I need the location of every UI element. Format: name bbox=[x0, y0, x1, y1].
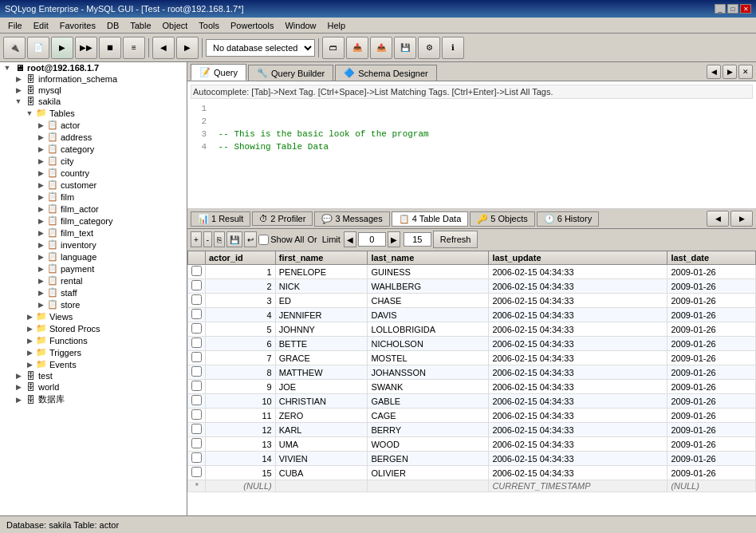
cell-last_name[interactable]: MOSTEL bbox=[368, 351, 489, 365]
cell-first_name[interactable]: ED bbox=[275, 294, 368, 308]
table-row-null[interactable]: *(NULL)CURRENT_TIMESTAMP(NULL) bbox=[188, 480, 756, 492]
cell-last_name[interactable]: BERRY bbox=[368, 423, 489, 437]
duplicate-row-button[interactable]: ⎘ bbox=[214, 231, 225, 247]
cell-first_name[interactable]: ZERO bbox=[275, 409, 368, 423]
settings-button[interactable]: ⚙ bbox=[418, 37, 440, 59]
cell-first_name[interactable]: JOHNNY bbox=[275, 322, 368, 337]
back-button[interactable]: ◀ bbox=[152, 37, 175, 59]
cell-first_name[interactable]: KARL bbox=[275, 423, 368, 437]
tab-tabledata[interactable]: 📋 4 Table Data bbox=[392, 211, 469, 227]
sidebar-item-payment[interactable]: ▶ 📋 payment bbox=[0, 263, 187, 274]
row-checkbox[interactable] bbox=[191, 366, 202, 377]
table-row[interactable]: 2NICKWAHLBERG2006-02-15 04:34:332009-01-… bbox=[188, 279, 756, 294]
database-select[interactable]: No database selected bbox=[206, 39, 315, 57]
table-row[interactable]: 6BETTENICHOLSON2006-02-15 04:34:332009-0… bbox=[188, 337, 756, 351]
new-connection-button[interactable]: 🔌 bbox=[3, 37, 26, 59]
cell-last_date[interactable]: 2009-01-26 bbox=[667, 452, 756, 466]
cell-last_date[interactable]: 2009-01-26 bbox=[667, 351, 756, 365]
cell-last_update[interactable]: 2006-02-15 04:34:33 bbox=[489, 409, 667, 423]
close-button[interactable]: ✕ bbox=[740, 4, 751, 14]
cell-actor_id[interactable]: 8 bbox=[206, 365, 276, 380]
cell-last_update[interactable]: 2006-02-15 04:34:33 bbox=[489, 351, 667, 365]
info-button[interactable]: ℹ bbox=[442, 37, 464, 59]
save-changes-button[interactable]: 💾 bbox=[226, 231, 242, 247]
delete-row-button[interactable]: - bbox=[203, 231, 212, 247]
tab-query[interactable]: 📝 Query bbox=[191, 64, 246, 81]
sidebar-item-film-text[interactable]: ▶ 📋 film_text bbox=[0, 227, 187, 239]
col-header-actor-id[interactable]: actor_id bbox=[206, 251, 276, 265]
cell-last_name[interactable]: WOOD bbox=[368, 437, 489, 452]
cell-last_date[interactable]: 2009-01-26 bbox=[667, 423, 756, 437]
cell-last_date[interactable]: 2009-01-26 bbox=[667, 437, 756, 452]
sidebar-item-city[interactable]: ▶ 📋 city bbox=[0, 155, 187, 167]
table-row[interactable]: 8MATTHEWJOHANSSON2006-02-15 04:34:332009… bbox=[188, 365, 756, 380]
show-all-checkbox[interactable] bbox=[258, 235, 269, 245]
cell-last_date[interactable]: 2009-01-26 bbox=[667, 380, 756, 394]
row-checkbox[interactable] bbox=[191, 409, 202, 420]
close-tab-button[interactable]: ✕ bbox=[738, 65, 753, 79]
cell-last_name[interactable]: GABLE bbox=[368, 394, 489, 409]
cell-first_name[interactable]: MATTHEW bbox=[275, 365, 368, 380]
cell-actor_id[interactable]: 7 bbox=[206, 351, 276, 365]
page-size-input[interactable] bbox=[404, 232, 431, 247]
cell-last_name[interactable]: GUINESS bbox=[368, 265, 489, 279]
sidebar-item-functions[interactable]: ▶ 📁 Functions bbox=[0, 334, 187, 346]
sidebar-item-language[interactable]: ▶ 📋 language bbox=[0, 251, 187, 263]
cell-actor_id[interactable]: 15 bbox=[206, 466, 276, 480]
insert-row-button[interactable]: + bbox=[191, 231, 202, 247]
cell-actor_id[interactable]: 4 bbox=[206, 308, 276, 322]
cell-first_name[interactable]: PENELOPE bbox=[275, 265, 368, 279]
menu-item-favorites[interactable]: Favorites bbox=[55, 20, 100, 31]
row-checkbox[interactable] bbox=[191, 395, 202, 405]
cell-first_name[interactable]: NICK bbox=[275, 279, 368, 294]
cell-actor_id[interactable]: 14 bbox=[206, 452, 276, 466]
limit-value-input[interactable] bbox=[358, 232, 386, 247]
discard-changes-button[interactable]: ↩ bbox=[244, 231, 257, 247]
table-row[interactable]: 11ZEROCAGE2006-02-15 04:34:332009-01-26 bbox=[188, 409, 756, 423]
cell-last_update[interactable]: 2006-02-15 04:34:33 bbox=[489, 394, 667, 409]
minimize-button[interactable]: _ bbox=[715, 4, 726, 14]
sidebar-item-root[interactable]: ▼ 🖥 root@192.168.1.7 bbox=[0, 62, 187, 73]
maximize-button[interactable]: □ bbox=[727, 4, 738, 14]
menu-item-help[interactable]: Help bbox=[323, 20, 351, 31]
cell-last_update[interactable]: 2006-02-15 04:34:33 bbox=[489, 337, 667, 351]
cell-actor_id[interactable]: 9 bbox=[206, 380, 276, 394]
row-checkbox[interactable] bbox=[191, 294, 202, 305]
table-row[interactable]: 1PENELOPEGUINESS2006-02-15 04:34:332009-… bbox=[188, 265, 756, 279]
cell-actor_id[interactable]: 2 bbox=[206, 279, 276, 294]
table-button[interactable]: 🗃 bbox=[322, 37, 345, 59]
cell-actor_id[interactable]: 1 bbox=[206, 265, 276, 279]
col-header-first-name[interactable]: first_name bbox=[275, 251, 368, 265]
refresh-button[interactable]: Refresh bbox=[433, 231, 478, 248]
cell-last_date[interactable]: 2009-01-26 bbox=[667, 365, 756, 380]
cell-last_date[interactable]: 2009-01-26 bbox=[667, 394, 756, 409]
menu-item-tools[interactable]: Tools bbox=[194, 20, 224, 31]
sidebar-item-sakila[interactable]: ▼ 🗄 sakila bbox=[0, 96, 187, 107]
cell-first_name[interactable]: JENNIFER bbox=[275, 308, 368, 322]
cell-last_date[interactable]: 2009-01-26 bbox=[667, 409, 756, 423]
sidebar-item-rental[interactable]: ▶ 📋 rental bbox=[0, 274, 187, 286]
row-checkbox[interactable] bbox=[191, 438, 202, 448]
sidebar-item-triggers[interactable]: ▶ 📁 Triggers bbox=[0, 346, 187, 358]
cell-last_update[interactable]: 2006-02-15 04:34:33 bbox=[489, 452, 667, 466]
sidebar-item-country[interactable]: ▶ 📋 country bbox=[0, 167, 187, 179]
cell-last_update[interactable]: 2006-02-15 04:34:33 bbox=[489, 365, 667, 380]
cell-actor_id[interactable]: 11 bbox=[206, 409, 276, 423]
cell-first_name[interactable]: VIVIEN bbox=[275, 452, 368, 466]
row-checkbox[interactable] bbox=[191, 266, 202, 276]
cell-last_name[interactable]: JOHANSSON bbox=[368, 365, 489, 380]
cell-last_update[interactable]: 2006-02-15 04:34:33 bbox=[489, 380, 667, 394]
sidebar-item-world[interactable]: ▶ 🗄 world bbox=[0, 381, 187, 393]
table-row[interactable]: 14VIVIENBERGEN2006-02-15 04:34:332009-01… bbox=[188, 452, 756, 466]
cell-last_name[interactable]: CHASE bbox=[368, 294, 489, 308]
table-row[interactable]: 10CHRISTIANGABLE2006-02-15 04:34:332009-… bbox=[188, 394, 756, 409]
cell-last_date[interactable]: 2009-01-26 bbox=[667, 337, 756, 351]
result-nav-right[interactable]: ▶ bbox=[730, 211, 753, 227]
sidebar-item-views[interactable]: ▶ 📁 Views bbox=[0, 310, 187, 322]
nav-left-button[interactable]: ◀ bbox=[707, 65, 721, 79]
menu-item-object[interactable]: Object bbox=[158, 20, 193, 31]
row-checkbox[interactable] bbox=[191, 424, 202, 434]
row-checkbox[interactable] bbox=[191, 309, 202, 319]
cell-last_update[interactable]: 2006-02-15 04:34:33 bbox=[489, 265, 667, 279]
result-nav-left[interactable]: ◀ bbox=[707, 211, 729, 227]
